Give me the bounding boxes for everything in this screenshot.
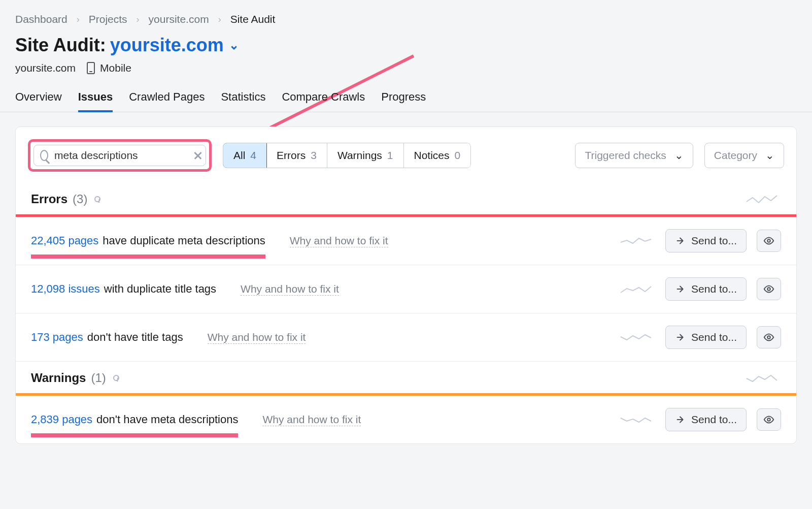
breadcrumb: Dashboard › Projects › yoursite.com › Si… <box>0 0 812 29</box>
eye-icon <box>763 332 774 343</box>
fix-link[interactable]: Why and how to fix it <box>208 331 306 344</box>
issue-row: 173 pages don't have title tags Why and … <box>16 313 796 362</box>
search-input[interactable] <box>54 149 187 162</box>
clear-icon[interactable] <box>193 151 199 160</box>
segment-label: Notices <box>414 149 450 162</box>
eye-icon <box>763 235 774 246</box>
chevron-down-icon: ⌄ <box>674 149 684 162</box>
issues-panel: All 4 Errors 3 Warnings 1 Notices 0 Trig… <box>15 126 797 444</box>
chevron-right-icon: › <box>137 14 140 25</box>
send-to-button[interactable]: Send to... <box>665 277 747 301</box>
segment-count: 1 <box>387 149 393 162</box>
share-icon <box>675 414 686 425</box>
tab-progress[interactable]: Progress <box>381 83 426 112</box>
svg-point-2 <box>767 288 770 291</box>
category-dropdown[interactable]: Category ⌄ <box>704 143 784 168</box>
issue-link[interactable]: 12,098 issues <box>31 282 100 296</box>
section-head-warnings: Warnings (1) <box>16 362 796 393</box>
eye-icon <box>763 283 774 295</box>
info-icon[interactable] <box>94 196 100 202</box>
issue-text: 173 pages don't have title tags <box>31 331 183 344</box>
subinfo-domain: yoursite.com <box>15 62 76 74</box>
section-label: Errors <box>31 192 67 206</box>
domain-selector[interactable]: yoursite.com ⌄ <box>110 35 239 56</box>
issue-rest: don't have title tags <box>87 331 183 344</box>
send-to-button[interactable]: Send to... <box>665 408 747 431</box>
share-icon <box>675 235 686 246</box>
domain-name: yoursite.com <box>110 35 224 56</box>
issue-link[interactable]: 22,405 pages <box>31 234 98 247</box>
phone-icon <box>87 62 95 74</box>
chevron-right-icon: › <box>77 14 80 25</box>
chevron-right-icon: › <box>218 14 221 25</box>
segment-errors[interactable]: Errors 3 <box>266 143 327 168</box>
issue-link[interactable]: 173 pages <box>31 331 83 344</box>
sparkline-icon <box>620 283 655 295</box>
button-label: Send to... <box>691 413 737 426</box>
button-label: Send to... <box>691 283 737 295</box>
segment-label: Warnings <box>337 149 382 162</box>
sparkline-icon <box>620 414 655 425</box>
page-title-prefix: Site Audit: <box>15 35 106 56</box>
issue-row: 12,098 issues with duplicate title tags … <box>16 265 796 313</box>
tab-overview[interactable]: Overview <box>15 83 62 112</box>
dropdown-label: Triggered checks <box>585 149 666 162</box>
preview-button[interactable] <box>757 230 781 252</box>
search-box[interactable] <box>33 145 206 166</box>
share-icon <box>675 283 686 295</box>
fix-link[interactable]: Why and how to fix it <box>241 283 339 296</box>
breadcrumb-current: Site Audit <box>230 13 276 25</box>
fix-link[interactable]: Why and how to fix it <box>262 413 361 426</box>
tab-crawled-pages[interactable]: Crawled Pages <box>129 83 205 112</box>
section-count: (3) <box>73 192 87 206</box>
device-label: Mobile <box>100 62 131 74</box>
search-icon <box>40 150 48 161</box>
tab-compare-crawls[interactable]: Compare Crawls <box>282 83 365 112</box>
issue-rest: don't have meta descriptions <box>96 413 238 426</box>
issue-rest: with duplicate title tags <box>104 282 216 296</box>
breadcrumb-projects[interactable]: Projects <box>89 13 127 25</box>
button-label: Send to... <box>691 235 737 247</box>
sub-info-row: yoursite.com Mobile <box>0 58 812 83</box>
preview-button[interactable] <box>757 278 781 300</box>
sparkline-icon <box>620 332 655 343</box>
triggered-checks-dropdown[interactable]: Triggered checks ⌄ <box>575 143 693 168</box>
segment-count: 3 <box>311 149 317 162</box>
share-icon <box>675 332 686 343</box>
segment-warnings[interactable]: Warnings 1 <box>327 143 404 168</box>
issue-rest: have duplicate meta descriptions <box>103 234 265 247</box>
search-highlight-frame <box>28 139 212 172</box>
issue-row: 22,405 pages have duplicate meta descrip… <box>16 217 796 265</box>
sparkline-icon <box>746 372 781 384</box>
send-to-button[interactable]: Send to... <box>665 326 747 349</box>
section-head-errors: Errors (3) <box>16 183 796 214</box>
segment-notices[interactable]: Notices 0 <box>404 143 471 168</box>
issue-link[interactable]: 2,839 pages <box>31 413 92 426</box>
eye-icon <box>763 414 774 425</box>
tab-statistics[interactable]: Statistics <box>221 83 265 112</box>
dropdown-label: Category <box>714 149 757 162</box>
svg-point-4 <box>767 418 770 421</box>
issue-text: 12,098 issues with duplicate title tags <box>31 282 216 296</box>
button-label: Send to... <box>691 331 737 343</box>
breadcrumb-site[interactable]: yoursite.com <box>149 13 209 25</box>
issue-text: 22,405 pages have duplicate meta descrip… <box>31 234 265 247</box>
preview-button[interactable] <box>757 408 781 431</box>
sparkline-icon <box>620 235 655 246</box>
tab-issues[interactable]: Issues <box>78 83 113 112</box>
issue-row: 2,839 pages don't have meta descriptions… <box>16 396 796 443</box>
chevron-down-icon: ⌄ <box>765 149 774 162</box>
issue-text: 2,839 pages don't have meta descriptions <box>31 413 238 426</box>
segment-all[interactable]: All 4 <box>223 143 267 168</box>
svg-point-3 <box>767 336 770 339</box>
breadcrumb-dashboard[interactable]: Dashboard <box>15 13 67 25</box>
sparkline-icon <box>746 194 781 205</box>
severity-segments: All 4 Errors 3 Warnings 1 Notices 0 <box>223 143 471 168</box>
segment-count: 0 <box>455 149 461 162</box>
info-icon[interactable] <box>113 375 119 381</box>
segment-label: All <box>233 149 245 162</box>
send-to-button[interactable]: Send to... <box>665 229 747 252</box>
filter-row: All 4 Errors 3 Warnings 1 Notices 0 Trig… <box>16 127 796 183</box>
preview-button[interactable] <box>757 326 781 348</box>
fix-link[interactable]: Why and how to fix it <box>290 235 388 247</box>
